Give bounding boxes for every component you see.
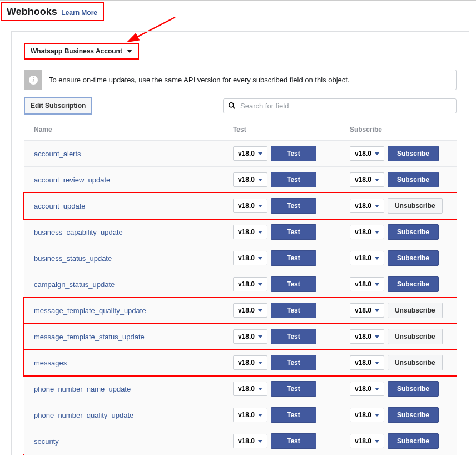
col-header-name: Name [24,119,223,141]
test-cell: v18.0Test [223,376,340,402]
caret-down-icon [258,335,262,338]
field-name[interactable]: security [34,437,59,446]
caret-down-icon [258,388,262,390]
caret-down-icon [375,362,379,364]
field-name[interactable]: message_template_quality_update [34,306,146,315]
version-dropdown[interactable]: v18.0 [350,434,384,448]
field-name[interactable]: messages [34,359,67,367]
subscribe-button[interactable]: Subscribe [388,250,439,266]
edit-subscription-button[interactable]: Edit Subscription [24,97,92,115]
caret-down-icon [127,50,132,53]
subscribe-cell: v18.0Subscribe [340,219,457,245]
field-name-cell: message_template_status_update [24,324,223,350]
version-dropdown[interactable]: v18.0 [350,329,384,344]
subscribe-cell: v18.0Subscribe [340,167,457,193]
version-dropdown[interactable]: v18.0 [350,355,384,370]
version-dropdown[interactable]: v18.0 [233,146,267,161]
subscribe-button[interactable]: Subscribe [388,172,439,187]
test-cell: v18.0Test [223,219,340,245]
test-cell: v18.0Test [223,402,340,428]
test-cell: v18.0Test [223,324,340,350]
table-row: messagesv18.0Testv18.0Unsubscribe [24,350,457,376]
test-cell: v18.0Test [223,271,340,298]
test-button[interactable]: Test [271,303,316,318]
caret-down-icon [375,152,379,155]
subscribe-button[interactable]: Subscribe [388,433,439,449]
version-dropdown[interactable]: v18.0 [350,146,384,161]
test-button[interactable]: Test [271,355,316,370]
version-dropdown[interactable]: v18.0 [233,277,267,291]
field-name[interactable]: phone_number_quality_update [34,411,133,419]
test-button[interactable]: Test [271,172,316,187]
version-dropdown[interactable]: v18.0 [350,408,384,422]
field-name[interactable]: message_template_status_update [34,333,145,341]
learn-more-link[interactable]: Learn More [61,9,97,17]
object-type-dropdown[interactable]: Whatsapp Business Account [24,43,139,60]
table-row: message_template_quality_updatev18.0Test… [24,298,457,324]
version-dropdown[interactable]: v18.0 [350,251,384,265]
subscribe-button[interactable]: Subscribe [388,276,439,292]
version-dropdown[interactable]: v18.0 [233,408,267,422]
version-dropdown[interactable]: v18.0 [350,225,384,239]
test-button[interactable]: Test [271,433,316,449]
field-name[interactable]: campaign_status_update [34,280,115,289]
field-name[interactable]: business_status_update [34,254,112,263]
table-row: securityv18.0Testv18.0Subscribe [24,428,457,454]
field-name[interactable]: phone_number_name_update [34,385,131,393]
caret-down-icon [375,388,379,390]
subscribe-cell: v18.0Subscribe [340,245,457,271]
subscribe-cell: v18.0Unsubscribe [340,324,457,350]
field-name-cell: phone_number_quality_update [24,402,223,428]
version-dropdown[interactable]: v18.0 [233,382,267,396]
field-name-cell: account_update [24,193,223,219]
subscribe-button[interactable]: Subscribe [388,224,439,240]
subscribe-cell: v18.0Subscribe [340,402,457,428]
field-name[interactable]: account_update [34,202,86,210]
unsubscribe-button[interactable]: Unsubscribe [388,303,443,318]
version-dropdown[interactable]: v18.0 [233,303,267,318]
version-dropdown[interactable]: v18.0 [233,225,267,239]
test-cell: v18.0Test [223,193,340,219]
subscribe-cell: v18.0Unsubscribe [340,193,457,219]
test-cell: v18.0Test [223,141,340,167]
table-row: business_status_updatev18.0Testv18.0Subs… [24,245,457,271]
version-dropdown[interactable]: v18.0 [233,355,267,370]
subscribe-button[interactable]: Subscribe [388,381,439,397]
subscribe-button[interactable]: Subscribe [388,407,439,423]
field-name[interactable]: account_review_update [34,176,110,184]
unsubscribe-button[interactable]: Unsubscribe [388,329,443,344]
version-dropdown[interactable]: v18.0 [350,199,384,213]
test-button[interactable]: Test [271,224,316,240]
version-dropdown[interactable]: v18.0 [350,303,384,318]
test-button[interactable]: Test [271,381,316,397]
field-name[interactable]: business_capability_update [34,228,123,236]
unsubscribe-button[interactable]: Unsubscribe [388,198,443,214]
search-input[interactable] [240,102,452,110]
field-name-cell: account_alerts [24,141,223,167]
version-dropdown[interactable]: v18.0 [233,434,267,448]
subscribe-button[interactable]: Subscribe [388,146,439,161]
caret-down-icon [258,205,262,207]
test-button[interactable]: Test [271,250,316,266]
info-icon: i [29,76,38,85]
test-button[interactable]: Test [271,329,316,344]
unsubscribe-button[interactable]: Unsubscribe [388,355,443,370]
version-dropdown[interactable]: v18.0 [350,277,384,291]
version-dropdown[interactable]: v18.0 [233,329,267,344]
field-name-cell: business_status_update [24,245,223,271]
field-name[interactable]: account_alerts [34,150,81,158]
version-dropdown[interactable]: v18.0 [233,172,267,187]
version-dropdown[interactable]: v18.0 [350,172,384,187]
page-header: Webhooks Learn More [1,2,104,21]
version-dropdown[interactable]: v18.0 [350,382,384,396]
version-dropdown[interactable]: v18.0 [233,199,267,213]
caret-down-icon [375,205,379,207]
test-button[interactable]: Test [271,407,316,423]
test-button[interactable]: Test [271,276,316,292]
test-cell: v18.0Test [223,350,340,376]
test-button[interactable]: Test [271,146,316,161]
version-dropdown[interactable]: v18.0 [233,251,267,265]
test-button[interactable]: Test [271,198,316,214]
table-row: account_updatev18.0Testv18.0Unsubscribe [24,193,457,219]
caret-down-icon [258,414,262,417]
